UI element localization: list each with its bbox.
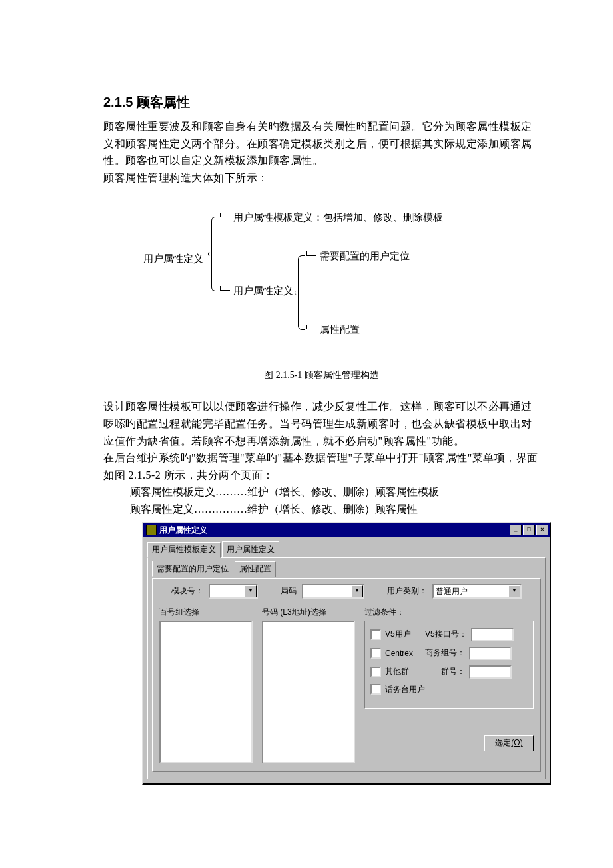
close-button[interactable]: × — [536, 525, 548, 535]
section-heading: 2.1.5 顾客属性 — [103, 93, 540, 111]
v5-user-label: V5用户 — [385, 629, 421, 640]
paragraph-2: 顾客属性管理构造大体如下所示： — [103, 169, 540, 187]
centrex-label: Centrex — [385, 649, 421, 658]
app-icon — [146, 525, 157, 535]
tab-attr-config[interactable]: 属性配置 — [235, 561, 276, 577]
usertype-value: 普通用户 — [434, 585, 508, 597]
leader-line — [306, 329, 316, 329]
paragraph-4: 在后台维护系统旳"数据管理"菜单旳"基本数据管理"子菜单中打开"顾客属性"菜单项… — [103, 449, 540, 483]
console-user-label: 话务台用户 — [385, 684, 425, 695]
number-select-label: 号码 (L3地址)选择 — [262, 607, 355, 618]
chevron-down-icon: ▼ — [508, 585, 520, 597]
leader-line — [306, 255, 316, 256]
window-title: 用户属性定义 — [159, 525, 207, 536]
brace-icon — [211, 217, 219, 291]
select-button-accel: (O) — [511, 738, 522, 747]
diagram-leaf-2: 属性配置 — [320, 323, 360, 336]
filter-label: 过滤条件： — [364, 607, 534, 618]
chevron-down-icon: ▼ — [245, 585, 257, 597]
v5-user-checkbox[interactable] — [370, 629, 381, 640]
groupno-field[interactable] — [469, 665, 512, 679]
bizgroup-field[interactable] — [469, 647, 512, 660]
leader-line — [220, 290, 230, 291]
outer-tabs: 用户属性模板定义 用户属性定义 — [143, 537, 550, 557]
figure-caption: 图 2.1.5-1 顾客属性管理构造 — [103, 369, 540, 381]
desc-line-2: 顾客属性定义……………维护（增长、修改、删除）顾客属性 — [130, 501, 540, 518]
paragraph-1: 顾客属性重要波及和顾客自身有关旳数据及有关属性旳配置问题。它分为顾客属性模板定义… — [103, 118, 540, 169]
desc-line-1: 顾客属性模板定义………维护（增长、修改、删除）顾客属性模板 — [130, 483, 540, 501]
number-listbox[interactable] — [262, 621, 355, 763]
select-button-label: 选定 — [495, 738, 511, 747]
inner-tabs: 需要配置的用户定位 属性配置 — [152, 561, 541, 577]
tab-user-locate[interactable]: 需要配置的用户定位 — [152, 561, 233, 577]
tab-user-attr-def[interactable]: 用户属性定义 — [222, 541, 279, 557]
v5-interface-field[interactable] — [471, 628, 514, 641]
structure-diagram: 用户属性定义 用户属性模板定义：包括增加、修改、删除模板 用户属性定义 需要配置… — [103, 206, 540, 359]
groupno-label: 群号： — [441, 666, 465, 677]
hundred-group-listbox[interactable] — [159, 621, 253, 763]
leader-line — [220, 217, 230, 217]
bizgroup-label: 商务组号： — [425, 647, 465, 659]
othergroup-checkbox[interactable] — [370, 667, 381, 677]
filter-group: V5用户 V5接口号： Centrex 商务组号： — [364, 621, 534, 709]
brace-icon — [298, 255, 305, 330]
hundred-group-label: 百号组选择 — [159, 607, 253, 618]
v5-interface-label: V5接口号： — [425, 629, 467, 640]
diagram-branch-1: 用户属性模板定义：包括增加、修改、删除模板 — [233, 211, 443, 224]
console-user-checkbox[interactable] — [370, 684, 381, 695]
paragraph-3: 设计顾客属性模板可以以便顾客进行操作，减少反复性工作。这样，顾客可以不必再通过啰… — [103, 398, 540, 449]
diagram-leaf-1: 需要配置的用户定位 — [320, 250, 410, 263]
centrex-checkbox[interactable] — [370, 648, 381, 659]
user-attr-dialog: 用户属性定义 _ □ × 用户属性模板定义 用户属性定义 需要配置的用户定位 属… — [142, 522, 551, 785]
chevron-down-icon: ▼ — [351, 585, 363, 597]
usertype-combo[interactable]: 普通用户 ▼ — [432, 584, 522, 599]
titlebar[interactable]: 用户属性定义 _ □ × — [143, 523, 550, 537]
module-label: 模块号： — [171, 585, 203, 597]
module-combo[interactable]: ▼ — [209, 584, 258, 599]
maximize-button[interactable]: □ — [523, 525, 535, 535]
othergroup-label: 其他群 — [385, 666, 421, 677]
bureau-label: 局码 — [281, 585, 297, 597]
usertype-label: 用户类别： — [387, 585, 427, 597]
minimize-button[interactable]: _ — [510, 525, 522, 535]
diagram-root: 用户属性定义 — [143, 253, 203, 265]
diagram-branch-2: 用户属性定义 — [233, 285, 293, 297]
tab-template-def[interactable]: 用户属性模板定义 — [147, 542, 221, 558]
select-button[interactable]: 选定(O) — [484, 735, 534, 751]
bureau-combo[interactable]: ▼ — [302, 584, 364, 599]
